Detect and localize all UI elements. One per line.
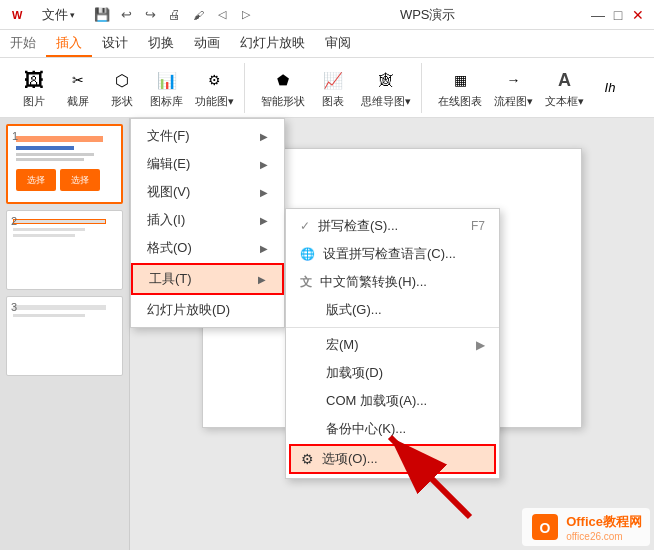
smart-shape-icon: ⬟: [269, 66, 297, 94]
title-text: WPS演示: [265, 6, 590, 24]
flowchart-icon: →: [500, 66, 528, 94]
tab-放映[interactable]: 幻灯片放映: [230, 30, 315, 57]
main-area: 1 选择 选择 2: [0, 118, 654, 550]
undo-icon[interactable]: ↩: [115, 4, 137, 26]
slide-panel: 1 选择 选择 2: [0, 118, 130, 550]
slide-thumbnail-2[interactable]: 2: [6, 210, 123, 290]
menu-slideshow[interactable]: 幻灯片放映(D): [131, 296, 284, 324]
menu-view-label: 视图(V): [147, 183, 190, 201]
submenu-spellcheck[interactable]: ✓ 拼写检查(S)... F7: [286, 212, 499, 240]
restore-icon[interactable]: □: [610, 7, 626, 23]
tab-charu[interactable]: 插入: [46, 30, 92, 57]
iconlib-icon: 📊: [153, 66, 181, 94]
tab-kaishi[interactable]: 开始: [0, 30, 46, 57]
toolbar-shape[interactable]: ⬡ 形状: [102, 64, 142, 111]
toolbar-online-chart[interactable]: ▦ 在线图表: [434, 64, 486, 111]
undo2-icon[interactable]: ◁: [211, 4, 233, 26]
layout-label: 版式(G)...: [326, 301, 382, 319]
toolbar-flowchart[interactable]: → 流程图▾: [490, 64, 537, 111]
print-icon[interactable]: 🖨: [163, 4, 185, 26]
window-controls: — □ ✕: [590, 7, 646, 23]
textbox-icon: A: [551, 66, 579, 94]
watermark: O Office教程网 office26.com: [522, 508, 650, 546]
watermark-url: office26.com: [566, 531, 642, 542]
save-icon[interactable]: 💾: [91, 4, 113, 26]
extra-icon: Ih: [596, 74, 624, 102]
mindmap-icon: 🕸: [372, 66, 400, 94]
spellcheck-label: 拼写检查(S)...: [318, 217, 398, 235]
slide-thumbnail-1[interactable]: 1 选择 选择: [6, 124, 123, 204]
slide-num-2: 2: [11, 215, 17, 227]
toolbar-screenshot[interactable]: ✂ 截屏: [58, 64, 98, 111]
screenshot-icon: ✂: [64, 66, 92, 94]
menu-slideshow-label: 幻灯片放映(D): [147, 301, 230, 319]
menu-insert[interactable]: 插入(I) ▶: [131, 206, 284, 234]
slide-thumbnail-3[interactable]: 3: [6, 296, 123, 376]
spellcheck-icon: ✓: [300, 219, 310, 233]
redo2-icon[interactable]: ▷: [235, 4, 257, 26]
submenu-cn-convert[interactable]: 文 中文简繁转换(H)...: [286, 268, 499, 296]
toolbar: 🖼 图片 ✂ 截屏 ⬡ 形状 📊 图标库 ⚙ 功能图▾ ⬟ 智能形状 📈 图表: [0, 58, 654, 118]
close-icon[interactable]: ✕: [630, 7, 646, 23]
menu-format-label: 格式(O): [147, 239, 192, 257]
toolbar-group-diagram: ▦ 在线图表 → 流程图▾ A 文本框▾ Ih: [428, 63, 634, 113]
toolbar-textbox[interactable]: A 文本框▾: [541, 64, 588, 111]
wps-logo[interactable]: W: [8, 4, 26, 26]
menu-edit-label: 编辑(E): [147, 155, 190, 173]
redo-icon[interactable]: ↪: [139, 4, 161, 26]
tab-sheji[interactable]: 设计: [92, 30, 138, 57]
minimize-icon[interactable]: —: [590, 7, 606, 23]
quick-access-toolbar: W 文件 ▾ 💾 ↩ ↪ 🖨 🖌 ◁ ▷: [8, 4, 257, 26]
online-chart-icon: ▦: [446, 66, 474, 94]
menu-tools-label: 工具(T): [149, 270, 192, 288]
funcmap-icon: ⚙: [201, 66, 229, 94]
menu-view[interactable]: 视图(V) ▶: [131, 178, 284, 206]
toolbar-iconlib[interactable]: 📊 图标库: [146, 64, 187, 111]
submenu-macro[interactable]: 宏(M) ▶: [286, 331, 499, 359]
toolbar-group-media: 🖼 图片 ✂ 截屏 ⬡ 形状 📊 图标库 ⚙ 功能图▾: [8, 63, 245, 113]
menu-edit[interactable]: 编辑(E) ▶: [131, 150, 284, 178]
file-label: 文件: [42, 6, 68, 24]
menu-file[interactable]: 文件(F) ▶: [131, 122, 284, 150]
tools-item-container: 工具(T) ▶: [131, 263, 284, 295]
slide-num-1: 1: [12, 130, 18, 142]
menu-view-arrow: ▶: [260, 187, 268, 198]
cn-convert-label: 中文简繁转换(H)...: [320, 273, 427, 291]
title-bar: W 文件 ▾ 💾 ↩ ↪ 🖨 🖌 ◁ ▷ WPS演示 — □ ✕: [0, 0, 654, 30]
office-logo-icon: O: [530, 512, 560, 542]
toolbar-group-smart: ⬟ 智能形状 📈 图表 🕸 思维导图▾: [251, 63, 422, 113]
cn-convert-icon: 文: [300, 274, 312, 291]
submenu-layout[interactable]: 版式(G)...: [286, 296, 499, 324]
submenu-spell-lang[interactable]: 🌐 设置拼写检查语言(C)...: [286, 240, 499, 268]
toolbar-extra[interactable]: Ih: [592, 72, 628, 104]
dropdown-arrow-icon: ▾: [70, 10, 75, 20]
toolbar-funcmap[interactable]: ⚙ 功能图▾: [191, 64, 238, 111]
options-gear-icon: ⚙: [301, 451, 314, 467]
format-painter-icon[interactable]: 🖌: [187, 4, 209, 26]
spellcheck-shortcut: F7: [471, 219, 485, 233]
submenu-divider1: [286, 327, 499, 328]
shape-icon: ⬡: [108, 66, 136, 94]
toolbar-smart-shape[interactable]: ⬟ 智能形状: [257, 64, 309, 111]
toolbar-chart[interactable]: 📈 图表: [313, 64, 353, 111]
arrow-svg: [360, 407, 480, 527]
submenu-addins[interactable]: 加载项(D): [286, 359, 499, 387]
file-menu-btn[interactable]: 文件 ▾: [28, 6, 89, 24]
tab-shenyue[interactable]: 审阅: [315, 30, 361, 57]
menu-format-arrow: ▶: [260, 243, 268, 254]
svg-line-1: [390, 437, 470, 517]
toolbar-picture[interactable]: 🖼 图片: [14, 64, 54, 111]
menu-format[interactable]: 格式(O) ▶: [131, 234, 284, 262]
menu-insert-label: 插入(I): [147, 211, 185, 229]
picture-icon: 🖼: [20, 66, 48, 94]
tab-qiehuan[interactable]: 切换: [138, 30, 184, 57]
toolbar-mindmap[interactable]: 🕸 思维导图▾: [357, 64, 415, 111]
watermark-text: Office教程网 office26.com: [566, 513, 642, 542]
menu-tools[interactable]: 工具(T) ▶: [133, 265, 282, 293]
slide-num-3: 3: [11, 301, 17, 313]
tab-donghua[interactable]: 动画: [184, 30, 230, 57]
ribbon-tabs: 开始 插入 设计 切换 动画 幻灯片放映 审阅: [0, 30, 654, 58]
chart-icon: 📈: [319, 66, 347, 94]
macro-arrow: ▶: [476, 338, 485, 352]
spell-lang-icon: 🌐: [300, 247, 315, 261]
